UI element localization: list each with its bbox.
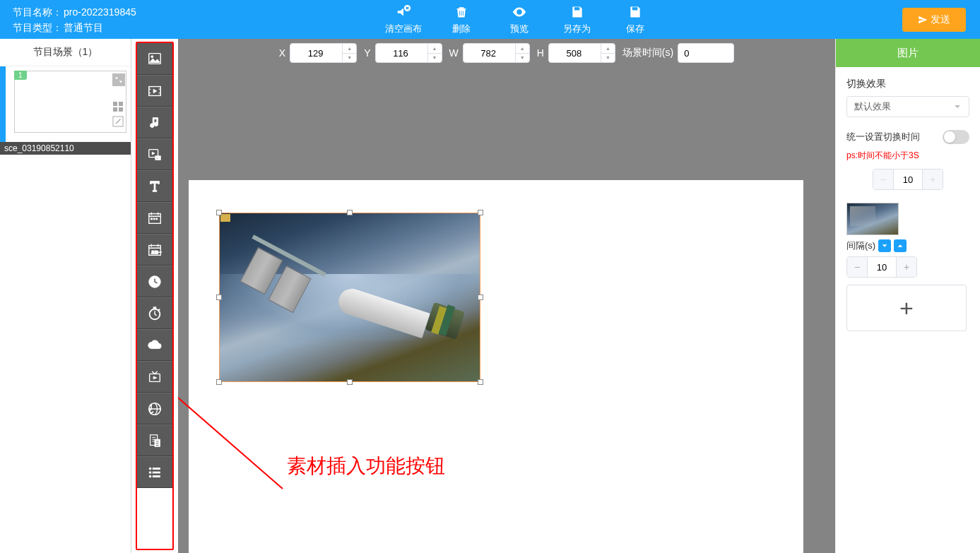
preview-button[interactable]: 预览 (501, 4, 538, 35)
selected-element[interactable] (219, 213, 480, 382)
interval-label: 间隔(s) (846, 239, 875, 252)
h-down[interactable]: ▼ (601, 54, 615, 63)
switch-effect-value: 默认效果 (854, 100, 891, 113)
time-input[interactable] (893, 170, 923, 189)
svg-rect-30 (153, 475, 160, 477)
insert-audio-button[interactable] (137, 107, 172, 138)
coordinate-bar: X ▲▼ Y ▲▼ W ▲▼ H (178, 39, 835, 67)
resize-handle-br[interactable] (478, 379, 483, 385)
delete-label: 删除 (452, 23, 471, 35)
insert-week-calendar-button[interactable]: 星期一 (137, 234, 172, 266)
interval-input[interactable] (867, 257, 897, 277)
scene-item[interactable]: 1 (0, 66, 131, 142)
resize-handle-mr[interactable] (478, 295, 483, 300)
scene-name-label: sce_03190852110 (0, 142, 131, 155)
save-button[interactable]: 保存 (617, 4, 654, 35)
program-type-label: 节目类型： (13, 20, 62, 35)
svg-rect-3 (119, 102, 123, 106)
send-icon (918, 15, 928, 25)
move-down-button[interactable] (878, 239, 891, 252)
floppy-icon (625, 4, 645, 20)
top-toolbar: 节目名称： pro-2022319845 节目类型： 普通节目 清空画布 删除 … (0, 0, 980, 39)
interval-stepper[interactable]: − + (846, 256, 917, 278)
resize-handle-bl[interactable] (216, 379, 222, 385)
program-info: 节目名称： pro-2022319845 节目类型： 普通节目 (0, 4, 136, 35)
switch-effect-select[interactable]: 默认效果 (846, 96, 969, 117)
edit-icon[interactable] (112, 116, 125, 129)
w-up[interactable]: ▲ (516, 44, 529, 54)
insert-media-button[interactable] (137, 138, 172, 170)
resize-handle-tr[interactable] (478, 210, 483, 215)
insert-clock-button[interactable] (137, 266, 172, 297)
y-down[interactable]: ▼ (428, 54, 442, 63)
w-down[interactable]: ▼ (516, 54, 529, 63)
canvas-zone: X ▲▼ Y ▲▼ W ▲▼ H (178, 39, 835, 553)
clear-label: 清空画布 (385, 23, 422, 35)
add-image-button[interactable]: + (846, 285, 967, 331)
svg-rect-29 (153, 472, 160, 473)
svg-rect-28 (153, 468, 160, 469)
y-up[interactable]: ▲ (428, 44, 442, 54)
x-up[interactable]: ▲ (343, 44, 356, 54)
interval-decrease[interactable]: − (847, 257, 867, 277)
annotation-text: 素材插入功能按钮 (287, 453, 445, 480)
insert-document-button[interactable] (137, 424, 172, 456)
svg-rect-2 (113, 102, 117, 106)
svg-rect-15 (156, 218, 158, 220)
svg-rect-13 (151, 218, 153, 220)
insert-calendar-button[interactable] (137, 202, 172, 234)
send-button[interactable]: 发送 (902, 8, 966, 32)
resize-handle-tl[interactable] (216, 210, 222, 215)
grid-icon[interactable] (112, 101, 125, 114)
delete-button[interactable]: 删除 (443, 4, 480, 35)
scene-number-badge: 1 (14, 71, 27, 80)
svg-rect-4 (113, 107, 117, 112)
placed-image (220, 213, 480, 381)
preview-label: 预览 (510, 23, 529, 35)
properties-title: 图片 (836, 39, 980, 67)
insert-text-button[interactable] (137, 170, 172, 202)
time-decrease[interactable]: − (873, 170, 893, 189)
move-up-button[interactable] (894, 239, 907, 252)
send-label: 发送 (931, 13, 950, 26)
scene-thumb (14, 71, 126, 133)
w-label: W (449, 47, 459, 59)
resize-handle-bm[interactable] (347, 379, 353, 385)
trash-icon (451, 4, 471, 20)
save-as-label: 另存为 (563, 23, 591, 35)
time-increase[interactable]: + (923, 170, 943, 189)
svg-text:星期一: 星期一 (151, 249, 162, 254)
unified-time-toggle[interactable] (943, 130, 969, 144)
insert-stopwatch-button[interactable] (137, 297, 172, 329)
scene-time-label: 场景时间(s) (622, 47, 673, 59)
svg-point-1 (518, 11, 521, 13)
insert-video-button[interactable] (137, 75, 172, 107)
svg-rect-5 (119, 107, 123, 112)
interval-increase[interactable]: + (897, 257, 916, 277)
x-down[interactable]: ▼ (343, 54, 356, 63)
insert-weather-button[interactable] (137, 329, 172, 361)
image-thumbnail[interactable] (846, 203, 899, 235)
time-stepper[interactable]: − + (873, 169, 943, 190)
floppy-icon (567, 4, 587, 20)
h-up[interactable]: ▲ (601, 44, 615, 54)
chevron-down-icon (953, 102, 962, 111)
clear-canvas-button[interactable]: 清空画布 (385, 4, 422, 35)
svg-point-27 (149, 475, 151, 477)
scene-list-header: 节目场景（1） (0, 39, 131, 66)
insert-stream-button[interactable] (137, 361, 172, 393)
svg-rect-20 (153, 307, 156, 308)
resize-handle-tm[interactable] (347, 210, 353, 215)
svg-point-8 (151, 56, 153, 58)
scene-time-input[interactable] (678, 43, 734, 63)
save-as-button[interactable]: 另存为 (559, 4, 596, 35)
sort-icon[interactable] (112, 73, 125, 86)
insert-list-button[interactable] (137, 456, 172, 488)
insert-image-button[interactable] (137, 43, 172, 75)
properties-panel: 图片 切换效果 默认效果 统一设置切换时间 ps:时间不能小于3S − + (835, 39, 980, 553)
eye-icon (509, 4, 529, 20)
resize-handle-ml[interactable] (216, 295, 222, 300)
program-type-value: 普通节目 (64, 20, 103, 35)
insert-web-button[interactable] (137, 393, 172, 424)
material-toolstrip: 星期一 (137, 43, 172, 488)
